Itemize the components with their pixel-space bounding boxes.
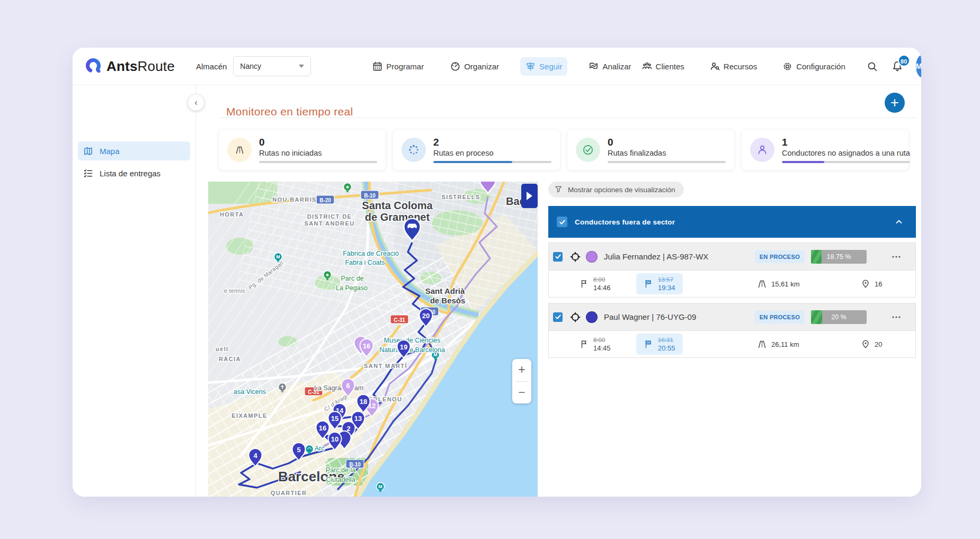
- sidebar: MapaLista de entregas: [73, 85, 196, 497]
- chevron-up-icon: [895, 218, 903, 226]
- poi-label: Fabra i Coats: [345, 259, 385, 266]
- poi-label: Museu de Ciències: [384, 337, 440, 344]
- warehouse-selector: Almacén Nancy: [196, 56, 311, 76]
- driver-name: Julia Fernandez | AS-987-WX: [604, 252, 755, 261]
- display-options-label: Mostrar opciones de visualización: [568, 186, 675, 194]
- driver-color-dot: [586, 311, 598, 323]
- road-icon: [227, 138, 252, 162]
- warehouse-select[interactable]: Nancy: [233, 56, 311, 76]
- nav-seguir[interactable]: Seguir: [520, 57, 567, 76]
- svg-text:♣: ♣: [326, 272, 329, 277]
- stat-label: Rutas en proceso: [433, 149, 551, 157]
- stat-progress-fill: [433, 161, 512, 163]
- nav-label: Organizar: [464, 62, 499, 71]
- map-image: B-20B-10B-10B-10C-31C-31MMM♣✝◠♣Santa Col…: [208, 182, 538, 497]
- locate-driver-icon[interactable]: [570, 251, 581, 262]
- locate-driver-icon[interactable]: [570, 312, 581, 322]
- calendar-icon: [372, 61, 382, 71]
- primary-nav: ProgramarOrganizarSeguirAnalizar: [367, 57, 636, 76]
- pin-icon: [861, 279, 870, 289]
- svg-text:◠: ◠: [307, 446, 311, 452]
- map-icon: [83, 146, 93, 156]
- nav-configuracin[interactable]: Configuración: [777, 57, 851, 76]
- nav-label: Programar: [386, 62, 424, 71]
- user-avatar[interactable]: MH: [916, 55, 921, 77]
- driver-distance: 15,61 km: [757, 279, 861, 289]
- nav-programar[interactable]: Programar: [367, 57, 429, 76]
- zoom-out-button[interactable]: −: [512, 382, 531, 404]
- sidebar-item-lista-de-entregas[interactable]: Lista de entregas: [78, 164, 190, 183]
- poi-label: asa Vicens: [234, 388, 266, 396]
- driver-stops: 16: [861, 279, 882, 289]
- end-actual: 20:55: [658, 345, 675, 352]
- search-button[interactable]: [867, 61, 878, 72]
- pin-icon: [861, 339, 870, 349]
- svg-text:6: 6: [346, 382, 350, 390]
- start-flag-icon: [580, 339, 589, 349]
- driver-card: Paul Wagner | 76-UYG-09 EN PROCESO 20 % …: [548, 303, 916, 358]
- map-canvas[interactable]: + − B-20B-10B-10B-10C-31C-31MMM♣✝◠♣Santa…: [208, 182, 538, 497]
- top-navbar: AntsRoute Almacén Nancy ProgramarOrganiz…: [73, 48, 921, 85]
- driver-group-header[interactable]: Conductores fuera de sector: [548, 206, 916, 238]
- nav-label: Clientes: [656, 62, 684, 71]
- driver-menu-button[interactable]: [891, 312, 902, 322]
- finish-flag-icon: [644, 339, 653, 349]
- nav-recursos[interactable]: Recursos: [705, 57, 762, 76]
- nav-label: Analizar: [602, 62, 631, 71]
- stat-progress-fill: [782, 161, 824, 163]
- street-label: e tennis: [224, 288, 245, 294]
- city-label: Santa Coloma: [362, 200, 433, 211]
- svg-text:M: M: [276, 254, 280, 259]
- stat-progress-track: [608, 161, 726, 163]
- svg-text:19: 19: [400, 343, 407, 351]
- personsearch-icon: [710, 61, 720, 71]
- road-badge-C-31: C-31: [390, 315, 408, 324]
- notifications-button[interactable]: 80: [892, 60, 903, 72]
- add-button[interactable]: +: [885, 93, 905, 113]
- brand-logo[interactable]: AntsRoute: [84, 57, 175, 75]
- area-label: SANT MARTÍ: [364, 363, 407, 369]
- spinner-icon: [402, 138, 426, 162]
- driver-progress-bar: 18.75 %: [811, 250, 867, 264]
- flagchart-icon: [589, 61, 599, 71]
- chevron-down-icon: [299, 65, 304, 68]
- driver-checkbox[interactable]: [553, 252, 563, 262]
- driver-menu-button[interactable]: [891, 251, 902, 262]
- area-label: HORTA: [220, 211, 244, 218]
- driver-checkbox[interactable]: [553, 312, 563, 322]
- svg-text:5: 5: [297, 446, 300, 454]
- poi-label: Naturals de Barcelona: [379, 346, 445, 354]
- svg-text:4: 4: [253, 452, 257, 460]
- start-planned: 8:00: [593, 337, 611, 344]
- stat-progress-track: [259, 161, 377, 163]
- page-title: Monitoreo en tiempo real: [226, 105, 353, 118]
- stats-row: 0 Rutas no iniciadas 2 Rutas en proceso …: [219, 130, 908, 170]
- end-time-highlight[interactable]: 16:3120:55: [636, 334, 683, 355]
- app-window: AntsRoute Almacén Nancy ProgramarOrganiz…: [73, 48, 921, 497]
- person-icon: [750, 138, 774, 162]
- city-label: Sant Adrià: [425, 286, 465, 295]
- svg-text:M: M: [378, 484, 382, 489]
- map-expand-button[interactable]: [521, 184, 538, 208]
- display-options-button[interactable]: Mostrar opciones de visualización: [548, 182, 684, 197]
- driver-detail-row: 8:0014:45 16:3120:55 26,11 km 20: [549, 330, 915, 357]
- start-flag-icon: [580, 279, 589, 289]
- distance-value: 26,11 km: [771, 340, 799, 348]
- nav-organizar[interactable]: Organizar: [445, 57, 504, 76]
- collapse-sidebar-button[interactable]: ‹: [188, 95, 204, 111]
- area-label: QUARTIER: [271, 490, 307, 496]
- check-icon: [559, 219, 566, 226]
- nav-analizar[interactable]: Analizar: [583, 57, 636, 76]
- driver-row-header[interactable]: Julia Fernandez | AS-987-WX EN PROCESO 1…: [549, 243, 915, 270]
- sidebar-item-mapa[interactable]: Mapa: [78, 141, 190, 160]
- stat-value: 0: [259, 137, 377, 148]
- driver-row-header[interactable]: Paul Wagner | 76-UYG-09 EN PROCESO 20 %: [549, 303, 915, 330]
- stat-progress-track: [782, 161, 910, 163]
- antsroute-logo-icon: [84, 57, 102, 75]
- zoom-in-button[interactable]: +: [512, 359, 531, 381]
- nav-clientes[interactable]: Clientes: [637, 57, 690, 76]
- svg-text:15: 15: [331, 415, 338, 423]
- group-checkbox[interactable]: [557, 217, 567, 227]
- finish-flag-icon: [644, 279, 653, 289]
- end-time-highlight[interactable]: 13:5719:34: [636, 273, 683, 294]
